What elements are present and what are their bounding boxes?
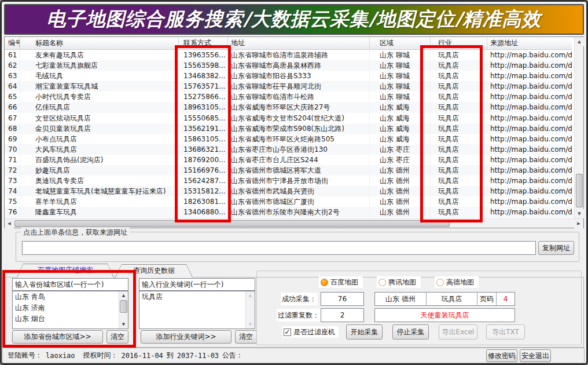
radio-unselected-icon bbox=[436, 279, 444, 286]
results-table: 编号标题名称联系方式地址区域行业来源地址 61友来有趣玩具店13963556..… bbox=[4, 36, 584, 228]
column-header[interactable]: 联系方式 bbox=[179, 37, 228, 50]
scroll-down-icon[interactable]: ▼ bbox=[575, 209, 584, 218]
region-list-scrollbar: ▲ ▼ bbox=[119, 291, 128, 329]
tab-baidu-shop-search[interactable]: 百度地图店铺搜索 bbox=[17, 264, 114, 278]
column-header[interactable]: 区域 bbox=[370, 37, 431, 50]
table-row[interactable]: 63毛绒玩具13468382...山东省聊城市阳谷县S333山东 聊城玩具店ht… bbox=[5, 71, 574, 81]
url-groupbox: 点击上面单条信息，获取来源网址 复制网址 bbox=[16, 232, 579, 262]
table-body: 61友来有趣玩具店13963556...山东省聊城市临清市温泉路辅路山东 聊城玩… bbox=[5, 50, 574, 218]
filter-landline-checkbox[interactable]: ✓ 是否过滤座机 bbox=[282, 326, 339, 338]
table-vertical-scrollbar: ▲ ▼ bbox=[574, 37, 583, 218]
list-item: 山东 青岛 bbox=[13, 291, 128, 302]
table-cell: http://map.baidu.com/de bbox=[487, 113, 572, 123]
map-radio-group: 百度地图腾讯地图高德地图 bbox=[319, 276, 493, 288]
scroll-down-icon: ▼ bbox=[246, 320, 255, 329]
scroll-left-icon[interactable]: ◀ bbox=[5, 219, 14, 228]
auth-from: 2016-11-04 bbox=[122, 352, 163, 360]
table-cell: http://map.baidu.com/de bbox=[487, 196, 572, 207]
table-cell: 玩具店 bbox=[431, 71, 487, 81]
table-cell: 山东省聊城市临清市斗松路 bbox=[228, 92, 370, 102]
table-row[interactable]: 61友来有趣玩具店13963556...山东省聊城市临清市温泉路辅路山东 聊城玩… bbox=[5, 50, 574, 60]
region-scroll-thumb[interactable] bbox=[120, 300, 127, 313]
table-cell: 玩具店 bbox=[431, 60, 487, 71]
vertical-scroll-thumb[interactable] bbox=[576, 174, 583, 207]
table-row[interactable]: 75喜羊羊玩具店18263081...山东省德州市德城区广厦街山东 德州玩具店h… bbox=[5, 196, 574, 207]
column-header[interactable]: 标题名称 bbox=[20, 37, 179, 50]
table-row[interactable]: 65小时代玩具专卖店15275866...山东省聊城市临清市斗松路山东 聊城玩具… bbox=[5, 92, 574, 102]
table-cell: 68 bbox=[5, 123, 20, 134]
map-option-1[interactable]: 腾讯地图 bbox=[377, 276, 421, 288]
start-collect-button[interactable]: 开始采集 bbox=[346, 324, 383, 340]
table-cell: 70 bbox=[5, 144, 20, 155]
logout-button[interactable]: 安全退出 bbox=[520, 349, 551, 362]
table-cell: 玩具店 bbox=[431, 81, 487, 92]
table-cell: http://map.baidu.com/de bbox=[487, 176, 572, 186]
table-cell: http://map.baidu.com/de bbox=[487, 155, 572, 165]
scroll-down-icon[interactable]: ▼ bbox=[119, 320, 128, 329]
add-keyword-button[interactable]: 添加行业关键词>> bbox=[141, 330, 231, 344]
table-row[interactable]: 72妙趣玩具店15166976...山东省德州市德城区将军大道山东 德州玩具店h… bbox=[5, 165, 574, 176]
table-cell: 山东 威海 bbox=[370, 113, 431, 123]
page-label: 页码 bbox=[477, 293, 497, 305]
table-cell: 山东省聊城市阳谷县S333 bbox=[228, 71, 370, 81]
table-row[interactable]: 66亿佳玩具店18963105...山东省威海市环翠区大庆路27号山东 威海玩具… bbox=[5, 102, 574, 112]
scroll-up-icon[interactable]: ▲ bbox=[575, 37, 584, 46]
table-cell: http://map.baidu.com/de bbox=[487, 134, 572, 144]
table-row[interactable]: 73奥迪玩具专卖店15624287...山东省德州市宁津县开放市场街山东 德州玩… bbox=[5, 176, 574, 186]
change-password-button[interactable]: 修改密码 bbox=[486, 349, 517, 362]
radio-label: 高德地图 bbox=[446, 278, 474, 287]
table-cell: 山东省德州市宁津县开放市场街 bbox=[228, 176, 370, 186]
column-header[interactable]: 来源地址 bbox=[487, 37, 572, 50]
table-cell: 山东 聊城 bbox=[370, 71, 431, 81]
table-row[interactable]: 71百盛玩具饰品(泥沟店)18769200...山东省枣庄市台儿庄区S244山东… bbox=[5, 155, 574, 165]
table-cell: http://map.baidu.com/de bbox=[487, 207, 572, 217]
table-cell: 15315812... bbox=[179, 186, 228, 196]
map-option-0[interactable]: 百度地图 bbox=[319, 276, 363, 288]
table-cell: 山东 枣庄 bbox=[370, 144, 431, 155]
region-list-textarea[interactable]: 山东 青岛山东 济南山东 烟台 ▲ ▼ bbox=[12, 291, 128, 329]
collected-label: 成功采集： bbox=[281, 293, 318, 305]
table-row[interactable]: 67文登区炫动玩具店15550685...山东省威海市文登市S204(世纪大道)… bbox=[5, 113, 574, 123]
table-cell: http://map.baidu.com/de bbox=[487, 60, 572, 71]
table-row[interactable]: 70大风车玩具店13686321...山东省枣庄市山亭区香港街130山东 枣庄玩… bbox=[5, 144, 574, 155]
scroll-right-icon[interactable]: ▶ bbox=[574, 219, 583, 228]
map-option-2[interactable]: 高德地图 bbox=[435, 276, 479, 288]
current-keyword: 玩具店 bbox=[427, 293, 477, 305]
list-item: 山东 烟台 bbox=[13, 313, 128, 324]
clear-region-button[interactable]: 清空 bbox=[106, 330, 128, 344]
table-row[interactable]: 68金贝贝童装玩具店13562191...山东省威海市荣成市S908(东山北路)… bbox=[5, 123, 574, 134]
table-row[interactable]: 74老城慧童童车玩具(老城慧童童车好运来店)15315812...山东省德州市武… bbox=[5, 186, 574, 196]
table-cell: 15550685... bbox=[179, 113, 228, 123]
add-region-button[interactable]: 添加省份城市区域>> bbox=[12, 330, 103, 344]
table-row[interactable]: 76隆鑫童车玩具13406880...山东省德州市乐陵市兴隆南大街2号山东 德州… bbox=[5, 207, 574, 217]
table-row[interactable]: 64潮宝童装童车玩具城15763571...山东省聊城市茌平县顺河北街山东 聊城… bbox=[5, 81, 574, 92]
region-header-input[interactable]: 输入省份城市区域(一行一个) bbox=[12, 278, 128, 291]
tab-query-history[interactable]: 查询历史数据 bbox=[115, 264, 193, 278]
keyword-header-input[interactable]: 输入行业关键词(一行一个) bbox=[139, 278, 255, 291]
table-row[interactable]: 62七彩童装玩具旗舰店15563598...山东省聊城市高唐县泉林西路山东 聊城… bbox=[5, 60, 574, 71]
table-header: 编号标题名称联系方式地址区域行业来源地址 bbox=[5, 37, 574, 50]
status-bar: 登陆账号： laoxiao 授权时间： 2016-11-04 到 2037-11… bbox=[2, 348, 585, 363]
stop-collect-button[interactable]: 停止采集 bbox=[392, 324, 429, 340]
scroll-up-icon[interactable]: ▲ bbox=[119, 291, 128, 300]
table-cell: 小布点玩具店 bbox=[20, 134, 179, 144]
table-cell: http://map.baidu.com/de bbox=[487, 186, 572, 196]
table-row[interactable]: 69小布点玩具店15863105...山东省威海市环翠区火炬南路505山东 威海… bbox=[5, 134, 574, 144]
table-cell: 玩具店 bbox=[431, 196, 487, 207]
column-header[interactable]: 地址 bbox=[228, 37, 370, 50]
copy-url-button[interactable]: 复制网址 bbox=[538, 241, 574, 255]
source-url-input[interactable] bbox=[22, 241, 536, 255]
column-header[interactable]: 行业 bbox=[431, 37, 487, 50]
table-cell: 66 bbox=[5, 102, 20, 112]
region-list-lines: 山东 青岛山东 济南山东 烟台 bbox=[13, 291, 128, 324]
keyword-list-lines: 玩具店 bbox=[139, 291, 255, 302]
keyword-list-textarea[interactable]: 玩具店 ▲ ▼ bbox=[139, 291, 255, 329]
table-cell: 13686321... bbox=[179, 144, 228, 155]
clear-keyword-button[interactable]: 清空 bbox=[235, 330, 257, 344]
table-cell: http://map.baidu.com/de bbox=[487, 144, 572, 155]
column-header[interactable]: 编号 bbox=[5, 37, 20, 50]
table-cell: 山东 威海 bbox=[370, 102, 431, 112]
table-cell: 63 bbox=[5, 71, 20, 81]
horizontal-scroll-thumb[interactable] bbox=[14, 220, 450, 227]
tab-label: 百度地图店铺搜索 bbox=[17, 264, 114, 277]
